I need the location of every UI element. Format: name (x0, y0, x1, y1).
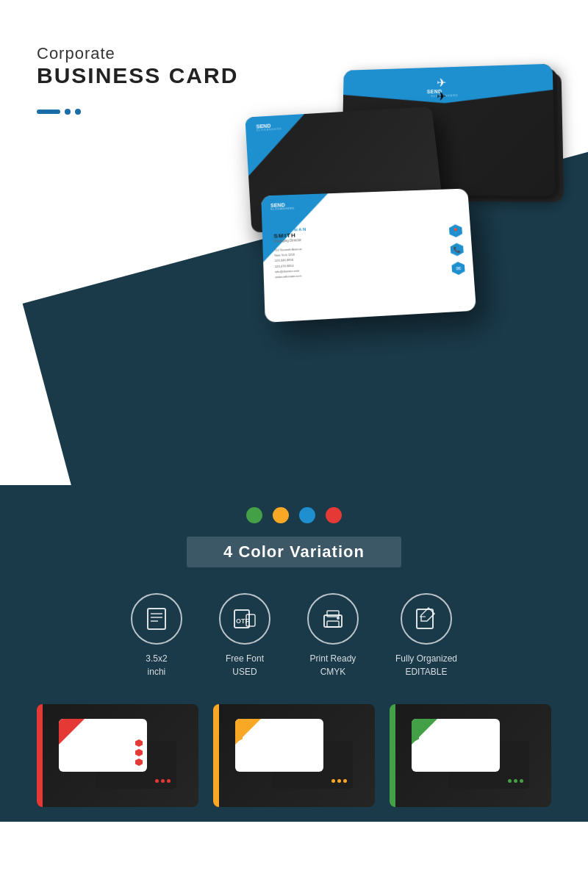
red-hex-1 (135, 739, 143, 747)
phone-icon: 📞 (450, 243, 464, 256)
svg-rect-9 (327, 621, 339, 627)
email-icon: ✉ (451, 262, 465, 276)
yellow-mini-card (235, 719, 323, 772)
color-dots (0, 507, 588, 523)
feature-editable: Fully OrganizedEDITABLE (395, 593, 457, 678)
svg-point-10 (337, 617, 340, 620)
print-label: Print ReadyCMYK (310, 652, 356, 678)
font-label: Free FontUSED (226, 652, 264, 678)
bottom-section: 4 Color Variation 3.5x2inchi OTF (0, 485, 588, 822)
top-section: Corporate BUSINESS CARD ✈ SENDARTIST SLO… (0, 0, 588, 485)
card-contact-icons: 📍 📞 ✉ (449, 224, 465, 275)
svg-rect-0 (148, 609, 165, 629)
dot-3 (167, 779, 171, 783)
dot-2 (337, 779, 341, 783)
green-dot-row (508, 779, 523, 783)
size-icon (131, 593, 182, 645)
feature-print: Print ReadyCMYK (307, 593, 359, 678)
card-white: SENDARTIST SLOGANHERE JONATHAN SMITH Man… (261, 188, 476, 322)
red-accent-bar (37, 704, 43, 807)
red-hex-2 (135, 749, 143, 756)
green-mini-icons (412, 719, 500, 741)
yellow-hex-2 (235, 726, 243, 734)
dot-2 (514, 779, 517, 783)
yellow-accent-bar (213, 704, 219, 807)
dot-yellow (273, 507, 289, 523)
dot-green (246, 507, 262, 523)
thumbnail-yellow (213, 704, 375, 807)
dot-1 (331, 779, 335, 783)
color-variation-wrapper: 4 Color Variation (0, 537, 588, 567)
green-hex-2 (412, 726, 419, 734)
red-mini-card (59, 719, 147, 772)
yellow-dot-row (331, 779, 347, 783)
green-hex-1 (412, 719, 419, 726)
dot-red (326, 507, 342, 523)
location-icon: 📍 (449, 224, 463, 237)
size-label: 3.5x2inchi (146, 652, 167, 678)
card-address: 722 Seventh Avenue New York 1256 123-346… (274, 240, 434, 279)
print-icon (307, 593, 359, 645)
color-variation-label: 4 Color Variation (223, 542, 365, 562)
deco-dot-2 (75, 109, 81, 115)
thumbnail-green (390, 704, 551, 807)
features-row: 3.5x2inchi OTF Free FontUSED (0, 593, 588, 678)
dot-1 (155, 779, 159, 783)
dot-3 (520, 779, 523, 783)
header-decorators (37, 109, 81, 115)
edit-icon (401, 593, 452, 645)
corporate-label: Corporate (37, 44, 238, 63)
dot-blue (299, 507, 315, 523)
back-card-logo: ✈ SENDARTIST SLOGANHERE (427, 75, 463, 98)
feature-size: 3.5x2inchi (131, 593, 182, 678)
yellow-hex-3 (235, 734, 243, 741)
green-hex-3 (412, 734, 419, 741)
feature-font: OTF Free FontUSED (219, 593, 270, 678)
color-variation-box: 4 Color Variation (187, 537, 401, 567)
red-dot-row (155, 779, 171, 783)
deco-dot-1 (65, 109, 71, 115)
svg-text:OTF: OTF (236, 617, 249, 625)
red-hex-3 (135, 759, 143, 766)
yellow-hex-1 (235, 719, 243, 726)
red-mini-icons (135, 739, 143, 766)
thumbnail-red (37, 704, 198, 807)
card-white-logo: SENDARTIST SLOGANHERE (270, 201, 304, 211)
yellow-mini-icons (235, 719, 323, 741)
paper-plane-icon: ✈ (437, 76, 453, 89)
dot-2 (161, 779, 165, 783)
thumbnail-row (0, 704, 588, 807)
green-mini-card (412, 719, 500, 772)
card-mockup: ✈ SENDARTIST SLOGANHERE SENDARTIST SLOGA… (191, 44, 573, 456)
font-icon: OTF (219, 593, 270, 645)
card-white-content: JONATHAN SMITH Managing Director 722 Sev… (273, 222, 434, 280)
header-area: Corporate BUSINESS CARD (37, 44, 238, 88)
editable-label: Fully OrganizedEDITABLE (395, 652, 457, 678)
dot-1 (508, 779, 512, 783)
business-card-label: BUSINESS CARD (37, 63, 238, 88)
green-accent-bar (390, 704, 395, 807)
dot-3 (343, 779, 347, 783)
deco-bar-1 (37, 110, 60, 114)
